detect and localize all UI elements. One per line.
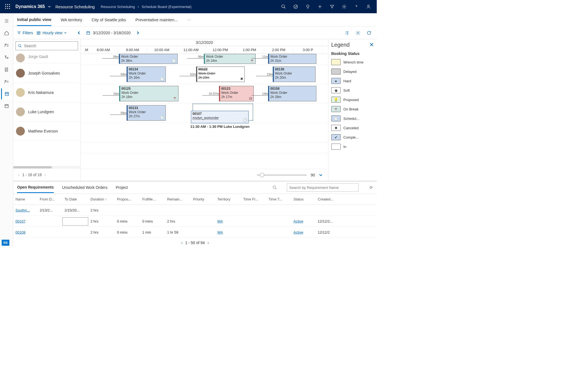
booking-card[interactable]: 00133Work Order2h 27m🕒: [127, 105, 166, 121]
resource-row[interactable]: Luke Lundgren: [13, 102, 80, 121]
req-cell[interactable]: 00107: [13, 219, 38, 223]
schedule-board-icon[interactable]: [1, 88, 12, 99]
booking-card[interactable]: 00134Work Order2h 16m🕒: [127, 67, 166, 82]
req-cell[interactable]: Southri...: [13, 208, 38, 212]
people-list-icon[interactable]: [1, 40, 12, 51]
board-settings-icon[interactable]: [354, 29, 362, 37]
resource-horizontal-scrollbar[interactable]: [13, 166, 80, 169]
req-col-header[interactable]: Time T...: [266, 197, 291, 201]
grid-row[interactable]: 58m00133Work Order2h 27m🕒00107msdyn_work…: [81, 104, 328, 123]
resource-row[interactable]: Kris Nakamura: [13, 83, 80, 102]
date-next-button[interactable]: [134, 29, 142, 37]
req-cell[interactable]: Active: [291, 230, 316, 234]
req-col-header[interactable]: Fulfille...: [140, 197, 165, 201]
booking-card[interactable]: Work Order2h 31m: [268, 54, 316, 64]
legend-close-icon[interactable]: ✕: [369, 41, 374, 48]
breadcrumb-2[interactable]: Schedule Board (Experimental): [141, 5, 193, 9]
grid-row[interactable]: 39mWork Order2h 38m🕒36mWork Order2h 24m☕…: [81, 54, 328, 65]
booking-card[interactable]: Work Order2h 24m☕: [204, 54, 256, 64]
search-icon[interactable]: [277, 1, 290, 13]
clipboard-list-icon[interactable]: [1, 64, 12, 75]
req-col-header[interactable]: Propos...: [115, 197, 140, 201]
req-pager-next-button[interactable]: ›: [207, 240, 209, 245]
bottom-refresh-icon[interactable]: ⟳: [370, 185, 373, 190]
calendar-icon[interactable]: [1, 101, 12, 112]
booking-card[interactable]: Work Order2h 38m🕒: [119, 54, 178, 64]
bottom-search-icon[interactable]: [272, 185, 277, 190]
req-cell[interactable]: WA: [215, 219, 241, 223]
req-cell[interactable]: WA: [215, 230, 241, 234]
req-col-header[interactable]: Status: [291, 197, 316, 201]
req-col-header[interactable]: Territory: [215, 197, 241, 201]
task-check-icon[interactable]: [290, 1, 302, 13]
grid-row[interactable]: [81, 123, 328, 142]
tab-wa-territory[interactable]: WA territory: [61, 14, 82, 25]
req-cell: 1 hr 59: [165, 230, 191, 234]
requirement-row[interactable]: Southri...2/13/2...2/15/20...2 hrs: [13, 205, 377, 216]
resource-search[interactable]: [15, 41, 78, 50]
svg-rect-7: [7, 8, 8, 9]
filters-button[interactable]: Filters: [17, 31, 33, 35]
requirement-row[interactable]: 001092 hrs0 mins1 min1 hr 59WAActive12/1…: [13, 227, 377, 238]
booking-card[interactable]: 00158Work Order2h 26m: [268, 86, 316, 101]
tab-initial-public-view[interactable]: Initial public view: [17, 14, 51, 26]
brand-title[interactable]: Dynamics 365: [13, 4, 46, 9]
list-view-icon[interactable]: [343, 29, 351, 37]
grid-row[interactable]: 59m00134Work Order2h 16m🕒52m00122Work Or…: [81, 65, 328, 84]
req-col-header[interactable]: Time Fr...: [241, 197, 266, 201]
resource-row[interactable]: Joseph Gonsalves: [13, 64, 80, 83]
booking-card[interactable]: 00122Work Order2h 23m✖: [196, 67, 245, 82]
help-icon[interactable]: [350, 1, 362, 13]
bottom-tab-open-requirements[interactable]: Open Requirements: [17, 182, 54, 193]
lightbulb-icon[interactable]: [302, 1, 314, 13]
resource-row[interactable]: Jorge Gault: [13, 52, 80, 64]
dragging-booking-card[interactable]: 00107msdyn_workorder🕒: [191, 111, 249, 123]
booking-card[interactable]: 00123Work Order2h 17m🗂: [219, 86, 254, 101]
hamburger-icon[interactable]: [1, 15, 12, 27]
req-col-header[interactable]: Priority: [191, 197, 215, 201]
req-col-header[interactable]: Created...: [316, 197, 342, 201]
user-icon[interactable]: [362, 1, 375, 13]
tab-city-of-seattle[interactable]: City of Seattle jobs: [92, 14, 126, 25]
people-tree-icon[interactable]: [1, 52, 12, 63]
bottom-tab-unscheduled-work-orders[interactable]: Unscheduled Work Orders: [62, 183, 108, 192]
view-mode-button[interactable]: Hourly view: [36, 31, 67, 35]
date-range-picker[interactable]: 3/12/2020 - 3/18/2020: [86, 31, 130, 35]
grid-row[interactable]: 16m00125Work Order2h 16m☕1h 07m00123Work…: [81, 84, 328, 104]
resource-search-input[interactable]: [24, 44, 76, 48]
zoom-chevron-icon[interactable]: [319, 173, 323, 177]
req-col-header[interactable]: To Date: [62, 197, 88, 201]
req-col-header[interactable]: Remain...: [165, 197, 191, 201]
booking-card[interactable]: 00125Work Order2h 16m☕: [119, 86, 178, 101]
svg-rect-4: [7, 6, 8, 7]
add-icon[interactable]: [314, 1, 326, 13]
requirement-search[interactable]: [287, 183, 359, 192]
requirement-search-input[interactable]: [289, 186, 356, 190]
req-col-header[interactable]: Name: [13, 197, 38, 201]
req-cell[interactable]: Active: [291, 219, 316, 223]
app-area-label[interactable]: Resource Scheduling: [55, 4, 100, 9]
area-switcher-badge[interactable]: RS: [2, 240, 9, 246]
date-prev-button[interactable]: [75, 29, 83, 37]
filter-funnel-icon[interactable]: [326, 1, 338, 13]
bottom-tab-project[interactable]: Project: [116, 183, 128, 192]
req-col-header[interactable]: Duration ↑: [88, 197, 115, 201]
home-icon[interactable]: [1, 28, 12, 39]
people-row-icon[interactable]: [1, 76, 12, 87]
tab-preventative-maint[interactable]: Preventative mainten...: [135, 14, 178, 25]
brand-chevron-icon[interactable]: [46, 5, 55, 8]
req-cell[interactable]: 00109: [13, 230, 38, 234]
tab-overflow-icon[interactable]: ⋯: [187, 18, 191, 22]
booking-card[interactable]: 00138Work Order2h 20m: [273, 67, 316, 82]
breadcrumb-1[interactable]: Resource Scheduling: [100, 5, 136, 9]
app-launcher-icon[interactable]: [2, 1, 13, 12]
pager-prev-button[interactable]: ‹: [18, 173, 20, 177]
refresh-icon[interactable]: [365, 29, 373, 37]
req-pager-prev-button[interactable]: ‹: [181, 240, 183, 245]
resource-row[interactable]: Matthew Everson: [13, 121, 80, 141]
settings-gear-icon[interactable]: [338, 1, 350, 13]
req-col-header[interactable]: From D...: [38, 197, 62, 201]
zoom-slider[interactable]: [257, 175, 307, 176]
requirement-row[interactable]: 001072 hrs0 mins0 mins2 hrsWAActive12/12…: [13, 216, 377, 227]
pager-next-button[interactable]: ›: [45, 173, 46, 177]
